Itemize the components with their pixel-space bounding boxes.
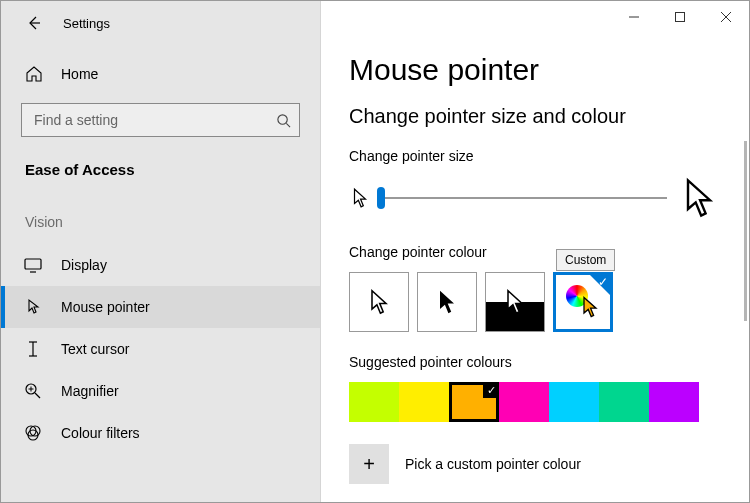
scrollbar[interactable]: [744, 141, 747, 321]
nav-display[interactable]: Display: [1, 244, 320, 286]
svg-line-13: [35, 393, 40, 398]
pointer-size-slider-row: [349, 176, 721, 220]
nav-item-label: Mouse pointer: [61, 299, 150, 315]
large-cursor-icon: [677, 176, 721, 220]
add-custom-colour-button[interactable]: +: [349, 444, 389, 484]
nav-list: Display Mouse pointer Text cursor Magnif…: [1, 244, 320, 454]
suggested-colours-label: Suggested pointer colours: [349, 354, 721, 370]
pointer-colour-custom[interactable]: Custom ✓: [553, 272, 613, 332]
svg-point-5: [278, 114, 287, 123]
search-icon: [276, 113, 291, 128]
display-icon: [23, 255, 43, 275]
tooltip: Custom: [556, 249, 615, 271]
colour-option-5[interactable]: [599, 382, 649, 422]
page-title: Mouse pointer: [349, 53, 721, 87]
sidebar-home-label: Home: [61, 66, 98, 82]
nav-colour-filters[interactable]: Colour filters: [1, 412, 320, 454]
pointer-size-slider[interactable]: [381, 197, 667, 199]
pointer-colour-black[interactable]: [417, 272, 477, 332]
colour-option-3[interactable]: [499, 382, 549, 422]
pointer-size-label: Change pointer size: [349, 148, 721, 164]
suggested-colours-row: [349, 382, 721, 422]
colour-option-2[interactable]: [449, 382, 499, 422]
nav-magnifier[interactable]: Magnifier: [1, 370, 320, 412]
settings-window: Settings Home Ease of Access Vision: [0, 0, 750, 503]
sidebar-section: Ease of Access: [21, 161, 300, 178]
back-icon[interactable]: [25, 15, 41, 31]
colour-option-6[interactable]: [649, 382, 699, 422]
search-input[interactable]: [32, 111, 276, 129]
sidebar-home[interactable]: Home: [21, 63, 300, 85]
slider-thumb[interactable]: [377, 187, 385, 209]
colour-option-0[interactable]: [349, 382, 399, 422]
pointer-icon: [23, 297, 43, 317]
text-cursor-icon: [23, 339, 43, 359]
nav-item-label: Magnifier: [61, 383, 119, 399]
svg-line-6: [286, 123, 290, 127]
custom-colour-row: + Pick a custom pointer colour: [349, 444, 721, 484]
page-subtitle: Change pointer size and colour: [349, 105, 721, 128]
magnifier-icon: [23, 381, 43, 401]
sidebar-subsection: Vision: [1, 214, 320, 230]
pointer-colour-options: Custom ✓: [349, 272, 721, 332]
sidebar: Settings Home Ease of Access Vision: [1, 1, 321, 502]
nav-item-label: Display: [61, 257, 107, 273]
window-title: Settings: [63, 16, 110, 31]
pointer-colour-white[interactable]: [349, 272, 409, 332]
home-icon: [25, 65, 43, 83]
custom-colour-label: Pick a custom pointer colour: [405, 456, 581, 472]
pointer-colour-inverted[interactable]: [485, 272, 545, 332]
search-box[interactable]: [21, 103, 300, 137]
pointer-colour-label: Change pointer colour: [349, 244, 721, 260]
small-cursor-icon: [349, 187, 371, 209]
colour-option-1[interactable]: [399, 382, 449, 422]
colour-option-4[interactable]: [549, 382, 599, 422]
nav-item-label: Text cursor: [61, 341, 129, 357]
plus-icon: +: [363, 453, 375, 476]
nav-mouse-pointer[interactable]: Mouse pointer: [1, 286, 320, 328]
nav-item-label: Colour filters: [61, 425, 140, 441]
nav-text-cursor[interactable]: Text cursor: [1, 328, 320, 370]
main-panel: Mouse pointer Change pointer size and co…: [321, 1, 749, 502]
svg-rect-7: [25, 259, 41, 269]
colour-filters-icon: [23, 423, 43, 443]
